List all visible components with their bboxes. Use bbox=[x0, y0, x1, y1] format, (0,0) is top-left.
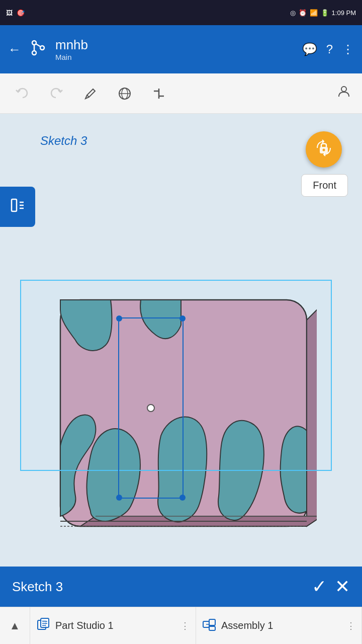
target-icon: 🎯 bbox=[17, 9, 25, 17]
svg-point-18 bbox=[323, 148, 325, 151]
svg-rect-30 bbox=[209, 626, 215, 630]
left-panel-toggle[interactable] bbox=[0, 187, 35, 227]
active-sketch-name: Sketch 3 bbox=[12, 579, 304, 595]
status-bar: 🖼 🎯 ◎ ⏰ 📶 🔋 1:09 PM bbox=[0, 0, 362, 25]
status-left-icons: 🖼 🎯 bbox=[6, 9, 25, 17]
part-studio-icon bbox=[36, 617, 50, 634]
time-display: 1:09 PM bbox=[332, 9, 356, 17]
sphere-tool-button[interactable] bbox=[113, 82, 137, 106]
corner-handle-tl[interactable] bbox=[116, 315, 122, 321]
app-bar-actions: 💬 ? ⋮ bbox=[302, 42, 354, 56]
svg-point-1 bbox=[32, 51, 36, 55]
tab-bar: ▲ Part Studio 1 ⋮ Assembly 1 ⋮ bbox=[0, 607, 362, 644]
sketch-label: Sketch 3 bbox=[40, 134, 87, 148]
part-studio-more-icon[interactable]: ⋮ bbox=[180, 620, 190, 631]
gallery-icon: 🖼 bbox=[6, 9, 13, 17]
svg-rect-24 bbox=[41, 618, 49, 627]
sketch-name-canvas: Sketch 3 bbox=[40, 134, 87, 147]
confirm-sketch-button[interactable]: ✓ bbox=[312, 576, 327, 597]
assembly-icon bbox=[202, 617, 216, 634]
back-button[interactable]: ← bbox=[8, 42, 21, 57]
doc-subtitle: Main bbox=[55, 53, 294, 61]
part-studio-tab[interactable]: Part Studio 1 ⋮ bbox=[30, 607, 196, 645]
corner-handle-br[interactable] bbox=[179, 495, 186, 501]
3d-object-container bbox=[20, 280, 332, 561]
svg-rect-29 bbox=[209, 619, 215, 625]
chat-icon[interactable]: 💬 bbox=[302, 42, 317, 56]
status-right-icons: ◎ ⏰ 📶 🔋 1:09 PM bbox=[290, 9, 356, 17]
branch-icon bbox=[29, 39, 47, 60]
lock-icon bbox=[315, 139, 332, 160]
help-icon[interactable]: ? bbox=[326, 42, 333, 56]
up-arrow-icon: ▲ bbox=[10, 619, 21, 632]
corner-handle-tr[interactable] bbox=[179, 315, 186, 321]
battery-icon: 🔋 bbox=[321, 9, 329, 17]
adjust-tool-button[interactable] bbox=[147, 82, 171, 106]
alarm-icon: ⏰ bbox=[299, 9, 307, 17]
svg-line-4 bbox=[36, 44, 41, 47]
part-studio-tab-label: Part Studio 1 bbox=[55, 620, 175, 631]
action-bar: Sketch 3 ✓ ✕ bbox=[0, 567, 362, 607]
svg-line-5 bbox=[87, 95, 89, 97]
assembly-tab[interactable]: Assembly 1 ⋮ bbox=[196, 607, 362, 645]
pen-tool-button[interactable] bbox=[78, 82, 103, 106]
title-block: mnhb Main bbox=[55, 37, 294, 61]
sketch-rectangle bbox=[118, 317, 184, 499]
collaborators-button[interactable] bbox=[336, 84, 352, 103]
svg-rect-13 bbox=[12, 199, 17, 211]
panel-icon bbox=[10, 197, 26, 217]
assembly-more-icon[interactable]: ⋮ bbox=[346, 620, 355, 631]
redo-button[interactable] bbox=[44, 82, 68, 106]
toolbar bbox=[0, 73, 362, 114]
lock-rotation-button[interactable] bbox=[306, 131, 342, 168]
view-label-text: Front bbox=[313, 180, 336, 191]
signal-icon: 📶 bbox=[310, 9, 318, 17]
wifi-icon: ◎ bbox=[290, 9, 296, 17]
doc-title: mnhb bbox=[55, 37, 294, 53]
more-menu-icon[interactable]: ⋮ bbox=[342, 42, 354, 56]
corner-handle-bl[interactable] bbox=[116, 495, 122, 501]
undo-button[interactable] bbox=[10, 82, 34, 106]
canvas-area[interactable]: Front Sketch 3 bbox=[0, 114, 362, 567]
assembly-tab-label: Assembly 1 bbox=[221, 620, 341, 631]
tab-bar-expand-button[interactable]: ▲ bbox=[0, 607, 30, 645]
cancel-sketch-button[interactable]: ✕ bbox=[335, 576, 350, 597]
app-bar: ← mnhb Main 💬 ? ⋮ bbox=[0, 25, 362, 73]
sketch-center-point bbox=[147, 404, 155, 412]
view-label: Front bbox=[301, 174, 348, 197]
svg-point-12 bbox=[341, 87, 346, 92]
